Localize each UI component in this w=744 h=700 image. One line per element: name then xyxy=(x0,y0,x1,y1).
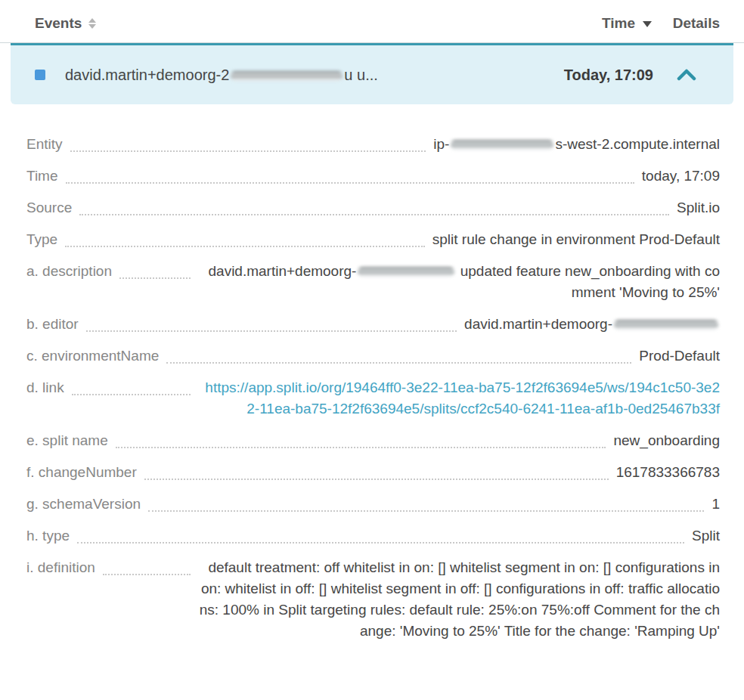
detail-value: Split xyxy=(692,525,720,547)
redacted-text xyxy=(451,140,553,150)
detail-value-prefix: david.martin+demoorg- xyxy=(209,263,357,279)
redacted-text xyxy=(231,71,343,81)
table-header: Events Time Details xyxy=(0,0,744,43)
sort-up-arrow-icon xyxy=(88,18,96,23)
detail-value: new_onboarding xyxy=(613,430,720,451)
dotted-leader xyxy=(144,462,609,480)
detail-label: Source xyxy=(26,197,72,218)
detail-label: Entity xyxy=(26,134,63,155)
dotted-leader xyxy=(119,261,191,279)
dotted-leader xyxy=(103,557,191,575)
detail-value: today, 17:09 xyxy=(642,166,720,187)
detail-label: f. changeNumber xyxy=(26,462,137,483)
detail-row-definition: i. definition default treatment: off whi… xyxy=(26,557,720,642)
redacted-text xyxy=(614,320,718,330)
detail-value-prefix: david.martin+demoorg- xyxy=(464,316,612,332)
detail-row-entity: Entity ip-s-west-2.compute.internal xyxy=(26,134,720,155)
event-title-suffix: u u... xyxy=(344,67,377,83)
detail-row-environment-name: c. environmentName Prod-Default xyxy=(26,345,720,367)
event-details-list: Entity ip-s-west-2.compute.internal Time… xyxy=(0,104,744,642)
detail-label: Type xyxy=(26,229,57,250)
triangle-down-icon xyxy=(643,21,652,27)
detail-row-schema-version: g. schemaVersion 1 xyxy=(26,494,720,515)
detail-value: https://app.split.io/org/19464ff0-3e22-1… xyxy=(198,377,720,420)
details-column-label: Details xyxy=(673,15,720,31)
column-header-details: Details xyxy=(652,15,720,32)
event-marker-square-icon xyxy=(35,70,45,80)
column-header-time[interactable]: Time xyxy=(602,15,652,32)
detail-value: Split.io xyxy=(677,197,720,218)
detail-row-description: a. description david.martin+demoorg- upd… xyxy=(26,261,720,303)
column-header-events[interactable]: Events xyxy=(35,15,602,32)
detail-row-time: Time today, 17:09 xyxy=(26,166,720,187)
detail-row-change-number: f. changeNumber 1617833366783 xyxy=(26,462,720,483)
dotted-leader xyxy=(77,525,684,544)
chevron-up-icon[interactable] xyxy=(677,69,696,81)
detail-value: Prod-Default xyxy=(639,345,720,367)
events-panel: Events Time Details david.martin+demoorg… xyxy=(0,0,744,642)
detail-value: default treatment: off whitelist in on: … xyxy=(198,557,720,642)
sort-down-arrow-icon xyxy=(88,24,96,29)
dotted-leader xyxy=(148,494,704,512)
time-column-label: Time xyxy=(602,15,635,32)
dotted-leader xyxy=(166,345,631,364)
dotted-leader xyxy=(86,314,457,332)
detail-label: a. description xyxy=(26,261,112,282)
detail-label: e. split name xyxy=(26,430,108,451)
detail-label: b. editor xyxy=(26,314,79,335)
detail-row-link: d. link https://app.split.io/org/19464ff… xyxy=(26,377,720,420)
dotted-leader xyxy=(116,430,606,448)
dotted-leader xyxy=(65,229,425,247)
split-event-link[interactable]: https://app.split.io/org/19464ff0-3e22-1… xyxy=(205,379,720,417)
detail-value: ip-s-west-2.compute.internal xyxy=(433,134,720,155)
detail-value-suffix: s-west-2.compute.internal xyxy=(555,136,720,152)
detail-row-editor: b. editor david.martin+demoorg- xyxy=(26,314,720,335)
events-column-label: Events xyxy=(35,15,82,32)
detail-row-source: Source Split.io xyxy=(26,197,720,218)
detail-value: david.martin+demoorg- xyxy=(464,314,720,335)
detail-label: i. definition xyxy=(26,557,95,578)
detail-label: g. schemaVersion xyxy=(26,494,141,515)
event-row-expanded[interactable]: david.martin+demoorg-2u u... Today, 17:0… xyxy=(11,43,733,104)
detail-row-type: Type split rule change in environment Pr… xyxy=(26,229,720,250)
detail-value: 1617833366783 xyxy=(616,462,720,483)
event-time: Today, 17:09 xyxy=(564,67,653,84)
dotted-leader xyxy=(79,197,669,215)
detail-label: c. environmentName xyxy=(26,345,159,367)
dotted-leader xyxy=(70,134,426,152)
detail-label: h. type xyxy=(26,525,70,547)
event-title: david.martin+demoorg-2u u... xyxy=(65,67,564,84)
detail-value-suffix: updated feature new_onboarding with comm… xyxy=(456,263,720,300)
detail-value: split rule change in environment Prod-De… xyxy=(432,229,720,250)
detail-row-type-split: h. type Split xyxy=(26,525,720,547)
detail-row-split-name: e. split name new_onboarding xyxy=(26,430,720,451)
detail-value: 1 xyxy=(711,494,720,515)
detail-value: david.martin+demoorg- updated feature ne… xyxy=(198,261,720,303)
event-title-prefix: david.martin+demoorg-2 xyxy=(65,67,229,83)
detail-label: d. link xyxy=(26,377,64,398)
collapse-control[interactable] xyxy=(653,69,720,81)
dotted-leader xyxy=(66,166,634,184)
sort-arrows-icon[interactable] xyxy=(88,18,96,29)
dotted-leader xyxy=(72,377,191,395)
detail-value-prefix: ip- xyxy=(433,136,449,152)
detail-label: Time xyxy=(26,166,58,187)
redacted-text xyxy=(358,267,454,277)
